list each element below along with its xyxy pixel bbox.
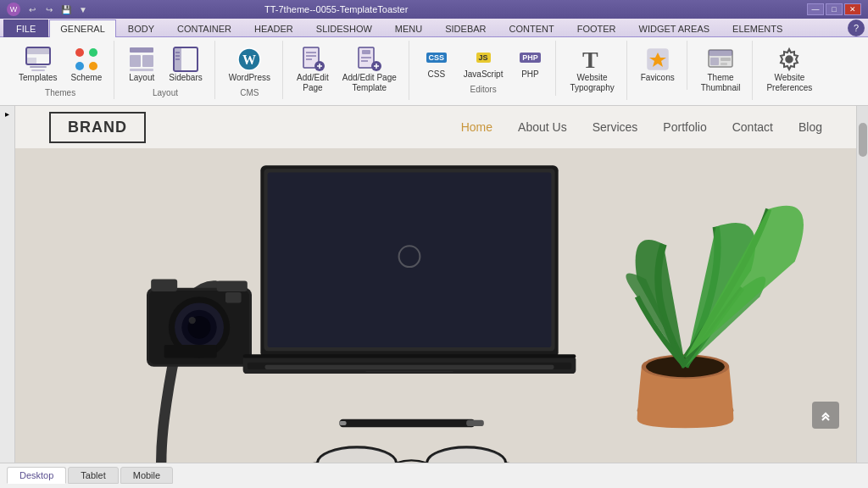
website-typography-label: WebsiteTypography bbox=[570, 73, 614, 93]
help-button[interactable]: ? bbox=[848, 19, 865, 36]
themes-buttons: Templates Scheme bbox=[14, 42, 107, 86]
website-preview: BRAND Home About Us Services Portfolio C… bbox=[15, 106, 856, 463]
tab-container[interactable]: CONTAINER bbox=[166, 19, 242, 37]
nav-services[interactable]: Services bbox=[593, 120, 638, 134]
vertical-scrollbar[interactable] bbox=[856, 106, 868, 463]
svg-text:W: W bbox=[242, 53, 256, 67]
layout-button[interactable]: Layout bbox=[123, 42, 160, 86]
sidebars-icon bbox=[172, 46, 199, 73]
scroll-to-top-button[interactable] bbox=[812, 402, 839, 429]
theme-thumbnail-icon bbox=[707, 46, 734, 73]
svg-rect-55 bbox=[217, 281, 248, 291]
app-icon: W bbox=[7, 3, 20, 16]
svg-point-5 bbox=[75, 48, 84, 57]
css-button[interactable]: CSS CSS bbox=[418, 42, 455, 83]
css-icon: CSS bbox=[425, 46, 448, 69]
sidebar-toggle[interactable]: ▸ bbox=[0, 106, 15, 463]
add-edit-page-label: Add/EditPage bbox=[297, 73, 329, 93]
nav-portfolio[interactable]: Portfolio bbox=[663, 120, 706, 134]
tab-sidebar[interactable]: SIDEBAR bbox=[434, 19, 497, 37]
website-typography-button[interactable]: T WebsiteTypography bbox=[565, 42, 619, 97]
javascript-button[interactable]: JS JavaScript bbox=[459, 42, 509, 83]
svg-rect-12 bbox=[130, 69, 153, 71]
nav-contact[interactable]: Contact bbox=[732, 120, 773, 134]
scheme-button[interactable]: Scheme bbox=[66, 42, 108, 86]
pages-buttons: Add/EditPage Add/Ed bbox=[292, 42, 402, 97]
nav-about-us[interactable]: About Us bbox=[518, 120, 567, 134]
ribbon: FILE GENERAL BODY CONTAINER HEADER SLIDE… bbox=[0, 19, 868, 106]
preferences-group: WebsitePreferences bbox=[754, 41, 824, 100]
themes-group: Templates Scheme Themes bbox=[7, 41, 114, 99]
pages-group: Add/EditPage Add/Ed bbox=[285, 41, 409, 100]
svg-rect-29 bbox=[362, 50, 370, 54]
nav-home[interactable]: Home bbox=[461, 120, 492, 134]
website-preferences-button[interactable]: WebsitePreferences bbox=[761, 42, 817, 97]
bottom-bar: Desktop Tablet Mobile bbox=[0, 463, 868, 486]
favicons-button[interactable]: Favicons bbox=[636, 42, 680, 86]
site-brand[interactable]: BRAND bbox=[49, 112, 146, 143]
svg-rect-60 bbox=[268, 172, 552, 347]
canvas-area: BRAND Home About Us Services Portfolio C… bbox=[15, 106, 856, 463]
svg-rect-56 bbox=[225, 292, 242, 302]
save-btn[interactable]: 💾 bbox=[59, 3, 73, 16]
undo-btn[interactable]: ↩ bbox=[25, 3, 39, 16]
cms-group-label: CMS bbox=[240, 88, 259, 97]
wordpress-button[interactable]: W WordPress bbox=[224, 42, 275, 86]
tab-content[interactable]: CONTENT bbox=[498, 19, 565, 37]
tab-header[interactable]: HEADER bbox=[243, 19, 304, 37]
tab-file[interactable]: FILE bbox=[3, 19, 48, 37]
favicons-buttons: Favicons bbox=[636, 42, 680, 86]
svg-rect-42 bbox=[721, 63, 727, 65]
php-button[interactable]: PHP PHP bbox=[511, 42, 548, 83]
scroll-thumb[interactable] bbox=[859, 123, 867, 157]
svg-rect-63 bbox=[265, 365, 554, 369]
sidebars-button[interactable]: Sidebars bbox=[164, 42, 207, 86]
redo-btn[interactable]: ↪ bbox=[42, 3, 56, 16]
favicons-icon bbox=[644, 46, 671, 73]
tab-desktop[interactable]: Desktop bbox=[7, 467, 66, 484]
close-btn[interactable]: ✕ bbox=[844, 3, 861, 15]
maximize-btn[interactable]: □ bbox=[826, 3, 843, 15]
layout-group: Layout Sidebars Layout bbox=[116, 41, 214, 99]
php-label: PHP bbox=[521, 69, 539, 80]
layout-group-label: Layout bbox=[153, 88, 178, 97]
tab-mobile[interactable]: Mobile bbox=[120, 467, 173, 484]
tab-tablet[interactable]: Tablet bbox=[68, 467, 118, 484]
thumbnail-group: ThemeThumbnail bbox=[689, 41, 754, 100]
css-label: CSS bbox=[427, 69, 445, 80]
quick-access-toolbar: ↩ ↪ 💾 ▼ bbox=[25, 3, 90, 16]
window-controls: — □ ✕ bbox=[807, 3, 861, 15]
svg-rect-10 bbox=[130, 55, 141, 67]
dropdown-btn[interactable]: ▼ bbox=[76, 3, 90, 16]
nav-blog[interactable]: Blog bbox=[798, 120, 822, 134]
ribbon-content: Templates Scheme Themes bbox=[0, 37, 868, 105]
add-edit-page-button[interactable]: Add/EditPage bbox=[292, 42, 334, 97]
site-menu: Home About Us Services Portfolio Contact… bbox=[461, 120, 822, 134]
scheme-icon bbox=[73, 46, 100, 73]
site-navigation: BRAND Home About Us Services Portfolio C… bbox=[15, 106, 856, 148]
sidebars-label: Sidebars bbox=[169, 73, 202, 83]
editors-group: CSS CSS JS JavaScript PHP PHP Edi bbox=[411, 41, 557, 96]
minimize-btn[interactable]: — bbox=[807, 3, 824, 15]
cms-buttons: W WordPress bbox=[224, 42, 275, 86]
tab-elements[interactable]: ELEMENTS bbox=[721, 19, 793, 37]
tab-body[interactable]: BODY bbox=[117, 19, 165, 37]
add-edit-page-template-label: Add/Edit PageTemplate bbox=[342, 73, 397, 93]
svg-rect-41 bbox=[721, 58, 731, 61]
svg-rect-72 bbox=[339, 421, 346, 425]
tab-slideshow[interactable]: SLIDESHOW bbox=[305, 19, 383, 37]
svg-rect-70 bbox=[339, 419, 475, 427]
svg-rect-39 bbox=[709, 50, 732, 56]
website-preferences-label: WebsitePreferences bbox=[766, 73, 812, 93]
tab-general[interactable]: GENERAL bbox=[49, 19, 116, 37]
svg-rect-57 bbox=[164, 345, 217, 358]
cms-group: W WordPress CMS bbox=[217, 41, 283, 99]
tab-menu[interactable]: MENU bbox=[384, 19, 433, 37]
tab-widget-areas[interactable]: WIDGET AREAS bbox=[628, 19, 721, 37]
tab-footer[interactable]: FOOTER bbox=[566, 19, 627, 37]
theme-thumbnail-button[interactable]: ThemeThumbnail bbox=[696, 42, 746, 97]
title-bar: W ↩ ↪ 💾 ▼ TT-7theme--0055-TemplateToaste… bbox=[0, 0, 868, 19]
templates-button[interactable]: Templates bbox=[14, 42, 63, 86]
preferences-buttons: WebsitePreferences bbox=[761, 42, 817, 97]
add-edit-page-template-button[interactable]: Add/Edit PageTemplate bbox=[337, 42, 402, 97]
